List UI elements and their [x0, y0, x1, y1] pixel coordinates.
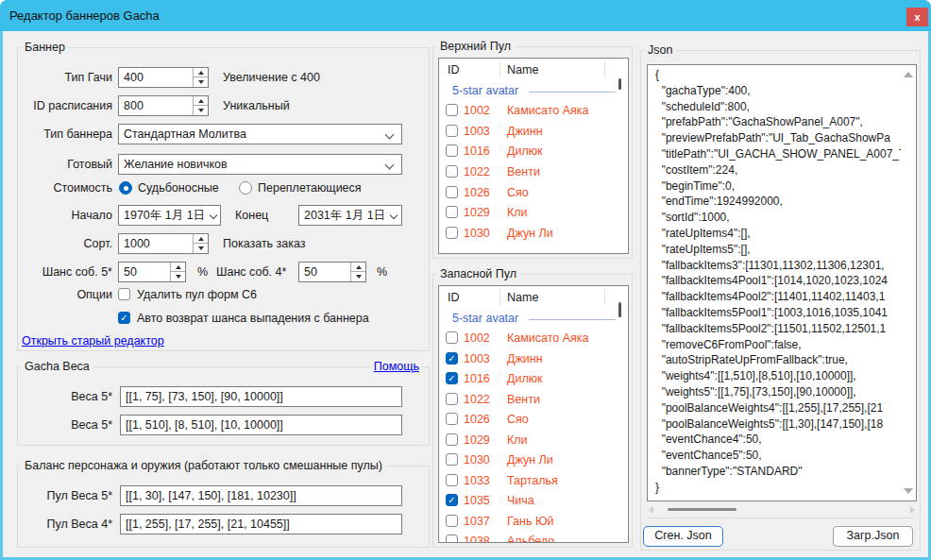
client-area: Баннер Тип Гачи 400 Увеличение с 400 ID …	[3, 31, 928, 557]
pool-item-id: 1003	[464, 125, 490, 138]
pool-item-checkbox[interactable]	[446, 453, 458, 466]
spin-up-button[interactable]	[194, 96, 208, 106]
begin-date-picker[interactable]: 1970年 1月 1日	[118, 205, 221, 226]
scroll-up-icon[interactable]	[904, 72, 913, 77]
scroll-down-icon[interactable]	[904, 488, 913, 494]
auto-strip-checkbox[interactable]	[118, 312, 130, 324]
scroll-right-icon[interactable]	[910, 506, 915, 514]
pool-item-id: 1038	[464, 535, 490, 543]
spin-up-button[interactable]	[194, 234, 208, 244]
chance4-spinner[interactable]: 50	[298, 262, 366, 282]
spin-down-button[interactable]	[194, 106, 208, 115]
help-link[interactable]: Помощь	[371, 360, 422, 373]
spin-down-button[interactable]	[194, 77, 208, 87]
pool-item-checkbox[interactable]	[446, 494, 458, 506]
section-label: 5-star avatar	[452, 84, 518, 97]
schedule-id-spinner[interactable]: 800	[118, 95, 209, 116]
schedule-id-value: 800	[124, 99, 144, 112]
gacha-type-hint: Увеличение с 400	[223, 67, 320, 88]
section-separator: 5-star avatar	[439, 80, 628, 100]
json-line: "sortId":1000,	[655, 210, 901, 226]
list-header: ID Name	[439, 59, 628, 80]
banner-type-combo[interactable]: Стандартная Молитва	[118, 124, 402, 144]
spin-up-button[interactable]	[351, 263, 365, 272]
json-textarea[interactable]: { "gachaType":400, "scheduleId":800, "pr…	[647, 64, 917, 501]
pool-item-id: 1037	[464, 515, 490, 528]
pool-item-row: 1016Дилюк	[439, 368, 628, 389]
pool-item-name: Камисато Аяка	[507, 331, 589, 345]
pool-weights4-label: Пул Веса 4*	[18, 514, 112, 535]
pool-item-id: 1035	[464, 494, 490, 507]
spin-up-button[interactable]	[194, 68, 208, 77]
open-old-editor-link[interactable]: Открыть старый редактор	[22, 334, 164, 348]
spin-down-button[interactable]	[194, 244, 208, 253]
pool-item-id: 1030	[464, 227, 490, 240]
preset-combo[interactable]: Желание новичков	[118, 154, 402, 175]
pool-item-checkbox[interactable]	[446, 165, 458, 178]
pool-item-checkbox[interactable]	[446, 104, 458, 116]
pool-item-checkbox[interactable]	[446, 413, 458, 425]
pool-item-checkbox[interactable]	[446, 474, 458, 486]
json-line: "prefabPath":"GachaShowPanel_A007",	[655, 114, 901, 130]
chance5-spinner[interactable]: 50	[118, 262, 186, 282]
weights5-value: [[1, 75], [73, 150], [90, 10000]]	[126, 390, 283, 403]
sort-hint: Показать заказ	[223, 233, 306, 254]
sort-spinner[interactable]: 1000	[118, 233, 209, 254]
column-id: ID	[448, 291, 460, 304]
pool-item-id: 1003	[464, 352, 490, 365]
pool-item-checkbox[interactable]	[446, 331, 458, 344]
spin-down-button[interactable]	[351, 272, 365, 281]
pool-item-id: 1016	[464, 144, 490, 158]
scroll-left-icon[interactable]	[649, 506, 653, 514]
pool-item-checkbox[interactable]	[446, 535, 458, 543]
scrollbar-thumb[interactable]	[618, 302, 621, 317]
end-label: Конец	[235, 205, 268, 226]
scrollbar-thumb[interactable]	[618, 78, 621, 90]
cost-radio-fate[interactable]	[119, 181, 132, 195]
cost-radio-intertwined[interactable]	[239, 181, 252, 195]
upper-pool-list[interactable]: ID Name 5-star avatar 1002Камисато Аяка1…	[438, 58, 629, 254]
pool-item-checkbox[interactable]	[446, 186, 458, 198]
pool-item-row: 1030Джун Ли	[439, 450, 628, 470]
pool-item-row: 1037Гань Юй	[439, 511, 628, 532]
weights4-input[interactable]: [[1, 510], [8, 510], [10, 10000]]	[120, 415, 402, 435]
json-line: "fallbackItems5Pool1":[1003,1016,1035,10…	[655, 305, 901, 321]
horizontal-scrollbar[interactable]	[647, 504, 917, 515]
reserve-pool-list[interactable]: ID Name 5-star avatar 1002Камисато Аяка1…	[438, 285, 629, 543]
pool-weights4-input[interactable]: [[1, 255], [17, 255], [21, 10455]]	[120, 514, 402, 535]
options-label: Опции	[18, 287, 112, 302]
pool-item-checkbox[interactable]	[446, 515, 458, 527]
pool-item-checkbox[interactable]	[446, 352, 458, 365]
end-date-picker[interactable]: 2031年 1月 1日	[298, 205, 402, 226]
pool-item-checkbox[interactable]	[446, 393, 458, 405]
divider	[647, 518, 914, 518]
pool-item-name: Джинн	[507, 125, 543, 138]
scrollbar-thumb[interactable]	[668, 508, 736, 511]
pool-item-checkbox[interactable]	[446, 125, 458, 137]
pool-item-checkbox[interactable]	[446, 206, 458, 218]
upper-pool-group: Верхний Пул ID Name 5-star avatar 1002Ка…	[432, 46, 633, 259]
remove-c6-checkbox[interactable]	[118, 288, 130, 300]
pool-weights5-input[interactable]: [[1, 30], [147, 150], [181, 10230]]	[120, 485, 402, 506]
json-line: "removeC6FromPool":false,	[655, 337, 901, 353]
pool-item-row: 1002Камисато Аяка	[439, 100, 628, 121]
load-json-button[interactable]: Загр.Json	[833, 526, 913, 547]
pool-item-name: Дилюк	[507, 144, 543, 158]
pool-item-checkbox[interactable]	[446, 227, 458, 239]
pool-item-checkbox[interactable]	[446, 144, 458, 157]
pool-item-checkbox[interactable]	[446, 433, 458, 446]
generate-json-button[interactable]: Сген. Json	[643, 526, 723, 547]
weights5-input[interactable]: [[1, 75], [73, 150], [90, 10000]]	[120, 386, 402, 407]
pool-item-row: 1038Альбедо	[439, 531, 628, 543]
pool-item-id: 1002	[464, 104, 490, 117]
cost-radio-fate-label: Судьбоносные	[138, 180, 219, 195]
close-button[interactable]: x	[906, 8, 928, 26]
pool-item-checkbox[interactable]	[446, 372, 458, 384]
spin-down-button[interactable]	[171, 272, 185, 281]
json-line: "beginTime":0,	[655, 178, 901, 195]
gacha-type-spinner[interactable]: 400	[118, 67, 209, 88]
vertical-scrollbar[interactable]	[901, 66, 915, 500]
json-line: "bannerType":"STANDARD"	[655, 464, 901, 480]
preset-label: Готовый	[18, 154, 112, 175]
spin-up-button[interactable]	[171, 263, 185, 272]
